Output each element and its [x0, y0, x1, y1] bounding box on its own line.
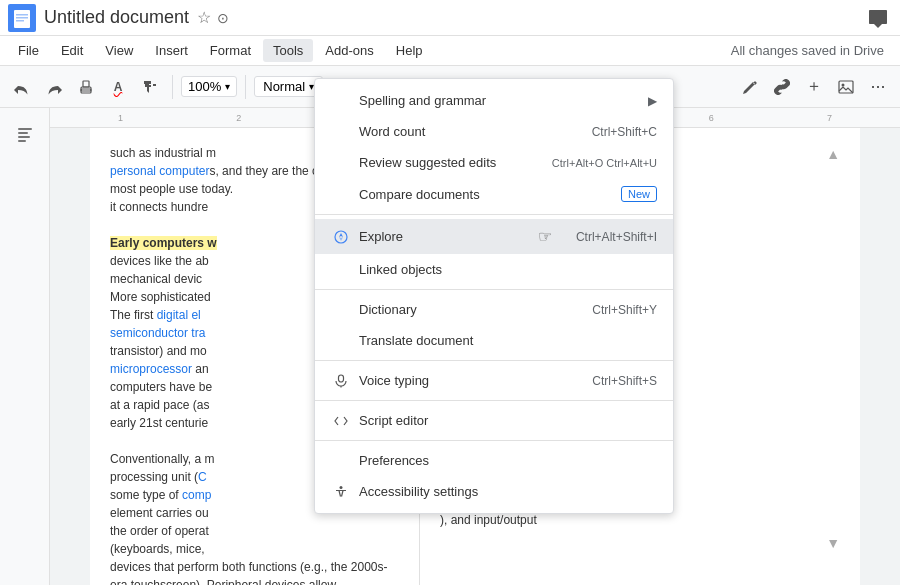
drive-icon[interactable]: ⊙ — [217, 10, 229, 26]
menu-help[interactable]: Help — [386, 39, 433, 62]
spelling-arrow: ▶ — [648, 94, 657, 108]
preferences-label: Preferences — [359, 453, 657, 468]
more-options-button[interactable]: ··· — [864, 73, 892, 101]
svg-point-19 — [340, 486, 343, 489]
ruler-num-2: 2 — [236, 113, 241, 123]
svg-rect-1 — [14, 10, 30, 28]
tools-compare-option[interactable]: Compare documents New — [315, 178, 673, 210]
voice-shortcut: Ctrl+Shift+S — [592, 374, 657, 388]
menu-file[interactable]: File — [8, 39, 49, 62]
ruler-num-6: 6 — [709, 113, 714, 123]
ruler-num-1: 1 — [118, 113, 123, 123]
tools-translate-option[interactable]: Translate document — [315, 325, 673, 356]
undo-button[interactable] — [8, 73, 36, 101]
svg-rect-3 — [16, 17, 28, 19]
code-icon — [331, 414, 351, 428]
spellcheck-button[interactable]: A — [104, 73, 132, 101]
svg-rect-13 — [18, 140, 26, 142]
star-icon[interactable]: ☆ — [197, 8, 211, 27]
menu-addons[interactable]: Add-ons — [315, 39, 383, 62]
tools-wordcount-option[interactable]: Word count Ctrl+Shift+C — [315, 116, 673, 147]
compare-label: Compare documents — [359, 187, 613, 202]
script-label: Script editor — [359, 413, 657, 428]
tools-dropdown-menu: Spelling and grammar ▶ Word count Ctrl+S… — [314, 78, 674, 514]
cursor-hand-icon: ☞ — [538, 227, 552, 246]
tools-preferences-option[interactable]: Preferences — [315, 445, 673, 476]
explore-shortcut: Ctrl+Alt+Shift+I — [576, 230, 657, 244]
style-selector[interactable]: Normal ▾ — [254, 76, 323, 97]
menu-view[interactable]: View — [95, 39, 143, 62]
accessibility-icon — [331, 485, 351, 499]
redo-button[interactable] — [40, 73, 68, 101]
zoom-arrow: ▾ — [225, 81, 230, 92]
tools-dictionary-option[interactable]: Dictionary Ctrl+Shift+Y — [315, 294, 673, 325]
tools-spelling-option[interactable]: Spelling and grammar ▶ — [315, 85, 673, 116]
mic-icon — [331, 374, 351, 388]
toolbar-right-actions: ＋ ··· — [736, 73, 892, 101]
add-comment-button[interactable]: ＋ — [800, 73, 828, 101]
menu-bar: File Edit View Insert Format Tools Add-o… — [0, 36, 900, 66]
menu-separator-3 — [315, 360, 673, 361]
svg-point-14 — [335, 231, 347, 243]
left-text-20: (keyboards, mice, — [110, 540, 399, 558]
tools-script-option[interactable]: Script editor — [315, 405, 673, 436]
docs-icon — [8, 4, 36, 32]
menu-tools[interactable]: Tools — [263, 39, 313, 62]
voice-label: Voice typing — [359, 373, 576, 388]
paint-format-button[interactable] — [136, 73, 164, 101]
compare-badge: New — [621, 186, 657, 202]
menu-separator-1 — [315, 214, 673, 215]
spelling-label: Spelling and grammar — [359, 93, 640, 108]
menu-separator-4 — [315, 400, 673, 401]
explore-label: Explore — [359, 229, 538, 244]
zoom-level: 100% — [188, 79, 221, 94]
svg-marker-15 — [339, 233, 343, 237]
svg-rect-12 — [18, 136, 30, 138]
document-title[interactable]: Untitled document — [44, 7, 189, 28]
accessibility-label: Accessibility settings — [359, 484, 657, 499]
explore-icon — [331, 229, 351, 245]
save-status: All changes saved in Drive — [723, 43, 892, 58]
review-label: Review suggested edits — [359, 155, 536, 170]
title-bar: Untitled document ☆ ⊙ — [0, 0, 900, 36]
linked-label: Linked objects — [359, 262, 657, 277]
print-button[interactable] — [72, 73, 100, 101]
link-icon-button[interactable] — [768, 73, 796, 101]
comment-button[interactable] — [864, 4, 892, 32]
tools-accessibility-option[interactable]: Accessibility settings — [315, 476, 673, 507]
dictionary-shortcut: Ctrl+Shift+Y — [592, 303, 657, 317]
style-label: Normal — [263, 79, 305, 94]
tools-linked-option[interactable]: Linked objects — [315, 254, 673, 285]
review-shortcut: Ctrl+Alt+O Ctrl+Alt+U — [552, 157, 657, 169]
outline-icon[interactable] — [7, 116, 43, 152]
svg-point-9 — [842, 83, 845, 86]
svg-rect-2 — [16, 14, 28, 16]
tools-voice-option[interactable]: Voice typing Ctrl+Shift+S — [315, 365, 673, 396]
image-button[interactable] — [832, 73, 860, 101]
toolbar-divider-1 — [172, 75, 173, 99]
svg-rect-4 — [16, 20, 24, 22]
svg-rect-17 — [339, 375, 344, 382]
svg-rect-11 — [18, 132, 28, 134]
menu-separator-2 — [315, 289, 673, 290]
title-action-icons: ☆ ⊙ — [197, 8, 229, 27]
menu-separator-5 — [315, 440, 673, 441]
svg-marker-16 — [339, 237, 343, 241]
wordcount-label: Word count — [359, 124, 576, 139]
svg-rect-6 — [83, 81, 89, 87]
ruler-num-7: 7 — [827, 113, 832, 123]
tools-review-option[interactable]: Review suggested edits Ctrl+Alt+O Ctrl+A… — [315, 147, 673, 178]
wordcount-shortcut: Ctrl+Shift+C — [592, 125, 657, 139]
zoom-selector[interactable]: 100% ▾ — [181, 76, 237, 97]
dictionary-label: Dictionary — [359, 302, 576, 317]
menu-edit[interactable]: Edit — [51, 39, 93, 62]
tools-explore-option[interactable]: Explore ☞ Ctrl+Alt+Shift+I — [315, 219, 673, 254]
left-panel — [0, 108, 50, 585]
menu-insert[interactable]: Insert — [145, 39, 198, 62]
svg-rect-10 — [18, 128, 32, 130]
left-text-21: devices that perform both functions (e.g… — [110, 558, 399, 585]
menu-format[interactable]: Format — [200, 39, 261, 62]
toolbar-divider-2 — [245, 75, 246, 99]
pencil-icon-button[interactable] — [736, 73, 764, 101]
left-text-19: the order of operat — [110, 522, 399, 540]
